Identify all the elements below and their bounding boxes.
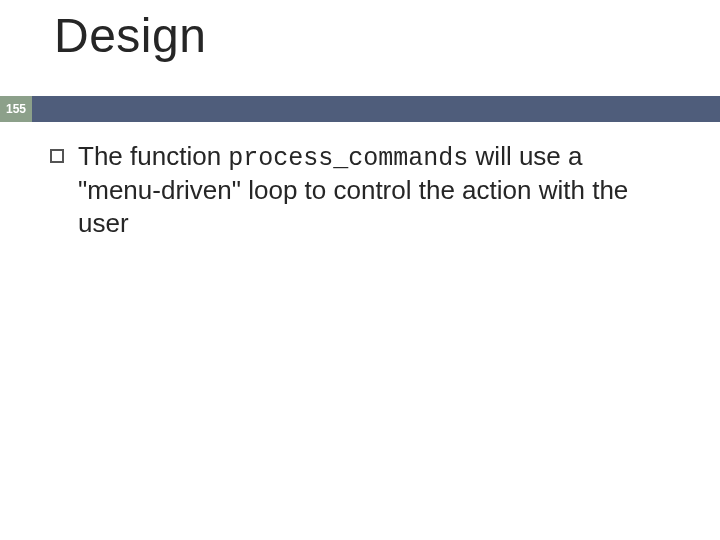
content-area: The function process_commands will use a… xyxy=(50,140,660,239)
divider-bar xyxy=(0,96,720,122)
text-segment: The function xyxy=(78,141,228,171)
slide: Design 155 The function process_commands… xyxy=(0,0,720,540)
list-item: The function process_commands will use a… xyxy=(50,140,660,239)
bullet-text: The function process_commands will use a… xyxy=(78,140,660,239)
page-number-badge: 155 xyxy=(0,96,32,122)
slide-title: Design xyxy=(54,8,206,63)
bullet-icon xyxy=(50,149,64,163)
code-segment: process_commands xyxy=(228,144,468,173)
